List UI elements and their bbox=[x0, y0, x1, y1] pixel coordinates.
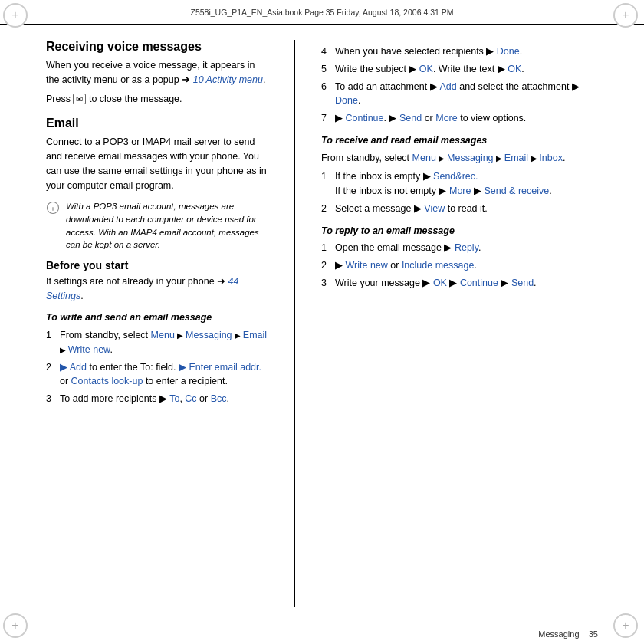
continue-step-7: 7 ▶ Continue. ▶ Send or More to view opt… bbox=[321, 111, 606, 126]
page-number: 35 bbox=[589, 629, 598, 639]
top-bar-text: Z558i_UG_P1A_EN_Asia.book Page 35 Friday… bbox=[190, 8, 453, 17]
email-para: Connect to a POP3 or IMAP4 mail server t… bbox=[46, 135, 268, 192]
write-step-1: 1 From standby, select Menu ▶ Messaging … bbox=[46, 328, 268, 357]
receive-steps-list: 1 If the inbox is empty ▶ Send&rec. If t… bbox=[321, 169, 606, 215]
write-step-2: 2 ▶ Add to enter the To: field. ▶ Enter … bbox=[46, 360, 268, 389]
receive-title: To receive and read email messages bbox=[321, 133, 606, 148]
column-divider bbox=[294, 40, 295, 607]
bottom-bar: Messaging 35 bbox=[0, 623, 644, 644]
activity-menu-link: 10 Activity menu bbox=[193, 74, 263, 85]
reply-step-1: 1 Open the email message ▶ Reply. bbox=[321, 241, 606, 255]
receiving-voice-para1: When you receive a voice message, it app… bbox=[46, 58, 268, 87]
receiving-voice-title: Receiving voice messages bbox=[46, 40, 268, 54]
before-start-title: Before you start bbox=[46, 259, 268, 271]
before-start-para: If settings are not already in your phon… bbox=[46, 274, 268, 304]
receive-step-1: 1 If the inbox is empty ▶ Send&rec. If t… bbox=[321, 169, 606, 199]
continue-step-5: 5 Write the subject ▶ OK. Write the text… bbox=[321, 62, 606, 77]
corner-top-right bbox=[613, 3, 641, 31]
reply-title: To reply to an email message bbox=[321, 224, 606, 238]
right-column: 4 When you have selected recipients ▶ Do… bbox=[321, 40, 606, 607]
receiving-voice-para2: Press ✉ to close the message. bbox=[46, 92, 268, 107]
receive-step-2: 2 Select a message ▶ View to read it. bbox=[321, 202, 606, 216]
page: Z558i_UG_P1A_EN_Asia.book Page 35 Friday… bbox=[0, 0, 644, 644]
write-step-3: 3 To add more recipients ▶ To, Cc or Bcc… bbox=[46, 392, 268, 406]
content-area: Receiving voice messages When you receiv… bbox=[0, 25, 644, 623]
continue-step-4: 4 When you have selected recipients ▶ Do… bbox=[321, 44, 606, 59]
write-steps-list: 1 From standby, select Menu ▶ Messaging … bbox=[46, 328, 268, 406]
tip-icon bbox=[46, 201, 60, 215]
corner-top-left bbox=[3, 3, 31, 31]
continue-steps-list: 4 When you have selected recipients ▶ Do… bbox=[321, 44, 606, 126]
left-column: Receiving voice messages When you receiv… bbox=[46, 40, 268, 607]
bottom-label: Messaging bbox=[538, 629, 579, 639]
email-title: Email bbox=[46, 117, 268, 130]
write-title: To write and send an email message bbox=[46, 310, 268, 325]
reply-step-3: 3 Write your message ▶ OK ▶ Continue ▶ S… bbox=[321, 276, 606, 291]
reply-steps-list: 1 Open the email message ▶ Reply. 2 ▶ Wr… bbox=[321, 241, 606, 290]
tip-text: With a POP3 email account, messages are … bbox=[66, 200, 268, 251]
tip-box: With a POP3 email account, messages are … bbox=[46, 200, 268, 251]
reply-step-2: 2 ▶ Write new or Include message. bbox=[321, 258, 606, 273]
continue-step-6: 6 To add an attachment ▶ Add and select … bbox=[321, 80, 606, 109]
top-bar: Z558i_UG_P1A_EN_Asia.book Page 35 Friday… bbox=[0, 0, 644, 25]
receive-intro-text: From standby, select Menu ▶ Messaging ▶ … bbox=[321, 151, 606, 166]
